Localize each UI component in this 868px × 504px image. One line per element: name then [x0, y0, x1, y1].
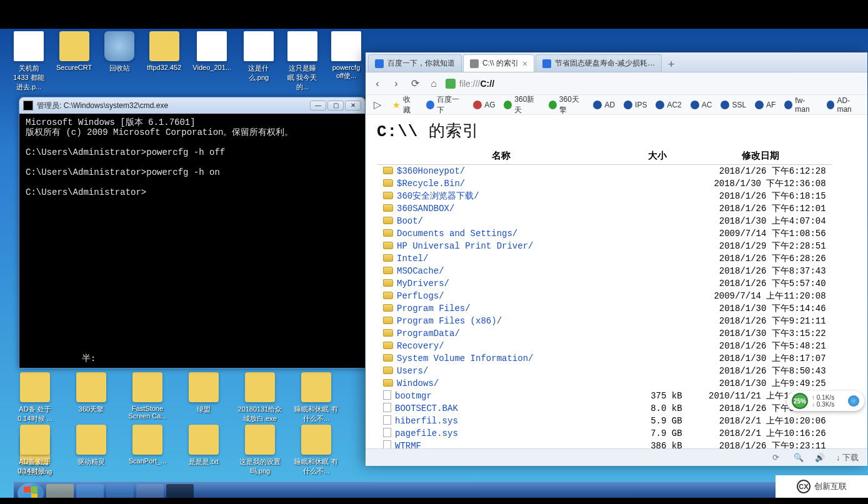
globe-icon[interactable] [848, 395, 859, 407]
entry-name[interactable]: HP Universal Print Driver/ [377, 240, 626, 252]
back-button[interactable]: ‹ [371, 77, 384, 91]
bookmark-icon [549, 101, 557, 109]
desktop-icon[interactable]: tftpd32.452 [147, 31, 181, 94]
desktop-icon[interactable]: 这是什么.png [242, 31, 275, 94]
desktop-icon[interactable]: 睡眠和休眠 有什么不... [294, 425, 339, 476]
desktop-icon[interactable]: 绿盟 [181, 372, 226, 423]
entry-name[interactable]: Boot/ [377, 215, 626, 227]
zoom-icon[interactable]: 🔍 [794, 453, 804, 463]
bookmark-item[interactable]: 百度一下 [426, 94, 464, 116]
entry-date: 2018/1/30 下午3:15:22 [689, 327, 832, 340]
bookmark-item[interactable]: AD-man [827, 94, 862, 116]
entry-name[interactable]: ProgramData/ [377, 327, 626, 340]
desktop-icon[interactable]: 关机前 1433 都能进去.p... [12, 31, 45, 94]
entry-name[interactable]: 360SANDBOX/ [377, 202, 626, 215]
desktop-icon[interactable]: 这只是睡眠 我今天的... [286, 31, 319, 94]
bookmark-icon [624, 101, 632, 109]
favorites-label[interactable]: ★收藏 [392, 94, 417, 116]
desktop-icon[interactable]: 回收站 [103, 31, 136, 94]
cmd-output[interactable]: Microsoft Windows [版本 6.1.7601] 版权所有 (c)… [19, 114, 365, 201]
cmd-ime-text: 半: [82, 353, 96, 364]
bookmark-icon [784, 101, 792, 109]
new-tab-button[interactable]: + [663, 58, 679, 72]
sound-icon[interactable]: 🔊 [815, 453, 825, 463]
desktop-icon[interactable]: 睡眠和休眠 有什么不... [294, 372, 339, 423]
desktop-icon[interactable]: 20180131给众城放白.exe [237, 372, 282, 423]
col-date: 修改日期 [689, 147, 832, 165]
net-monitor-widget[interactable]: 25% 0.1K/s 0.3K/s [787, 391, 864, 411]
entry-name[interactable]: PerfLogs/ [377, 290, 626, 302]
desktop-icon[interactable]: 驱动精灵 [69, 425, 114, 476]
desktop-icon[interactable]: Video_201... [192, 31, 231, 94]
entry-name[interactable]: $Recycle.Bin/ [377, 177, 626, 190]
entry-name[interactable]: hiberfil.sys [377, 415, 626, 427]
browser-tab[interactable]: 百度一下，你就知道 [368, 54, 462, 72]
entry-name[interactable]: System Volume Information/ [377, 352, 626, 365]
entry-size [626, 377, 689, 390]
download-button[interactable]: ↓ 下载 [836, 452, 859, 463]
entry-name[interactable]: Windows/ [377, 377, 626, 390]
folder-icon [76, 372, 106, 402]
tab-close-button[interactable]: × [522, 59, 527, 69]
bookmark-item[interactable]: IPS [624, 94, 647, 116]
entry-name[interactable]: MSOCache/ [377, 265, 626, 277]
bookmark-item[interactable]: AG [473, 94, 495, 116]
desktop-icon[interactable]: FastStone Screen Ca... [125, 372, 170, 423]
desktop-icon[interactable]: powercfg off使... [330, 31, 362, 94]
entry-name[interactable]: Program Files/ [377, 302, 626, 315]
cmd-titlebar[interactable]: 管理员: C:\Windows\system32\cmd.exe — ▢ ✕ [19, 97, 365, 114]
desktop-icon-label: AD备 处于0.14时候 ... [12, 405, 57, 423]
cmd-window[interactable]: 管理员: C:\Windows\system32\cmd.exe — ▢ ✕ M… [19, 97, 366, 368]
entry-name[interactable]: Program Files (x86)/ [377, 315, 626, 327]
desktop-icon[interactable]: AD备 处于0.14时候 ... [12, 372, 57, 423]
bookmark-item[interactable]: AC2 [656, 94, 681, 116]
table-row: hiberfil.sys5.9 GB2018/2/1 上午10:20:06 [377, 415, 832, 427]
entry-name[interactable]: 360安全浏览器下载/ [377, 190, 626, 202]
entry-name[interactable]: pagefile.sys [377, 427, 626, 440]
bookmark-item[interactable]: 360新天 [504, 94, 539, 116]
browser-tab[interactable]: 节省固态硬盘寿命-减少损耗：[2] [536, 54, 662, 72]
entry-name[interactable]: bootmgr [377, 390, 626, 402]
entry-name[interactable]: BOOTSECT.BAK [377, 402, 626, 415]
bookmark-item[interactable]: AD [593, 94, 615, 116]
entry-name[interactable]: Recovery/ [377, 340, 626, 352]
entry-name[interactable]: Documents and Settings/ [377, 227, 626, 240]
desktop-icon[interactable]: ScanPort_... [125, 425, 170, 476]
bookmark-item[interactable]: AC [691, 94, 712, 116]
desktop-icon-label: 这是我的设置吗.png [237, 457, 282, 476]
close-button[interactable]: ✕ [345, 101, 361, 111]
bookmark-item[interactable]: fw-man [784, 94, 817, 116]
entry-name[interactable]: Users/ [377, 365, 626, 377]
desktop-icon[interactable]: 是是是.txt [181, 425, 226, 476]
table-row: Users/2018/1/26 下午8:50:43 [377, 365, 832, 377]
address-bar[interactable]: file:///C:// [446, 79, 862, 89]
bookmark-item[interactable]: AF [755, 94, 776, 116]
entry-date: 2009/7/14 下午1:08:56 [689, 227, 832, 240]
entry-name[interactable]: WTRMF [377, 440, 626, 448]
upload-speed: 0.1K/s [812, 394, 834, 401]
maximize-button[interactable]: ▢ [327, 101, 344, 111]
bookmark-item[interactable]: 360天擎 [549, 94, 584, 116]
desktop-icon-label: tftpd32.452 [147, 64, 181, 71]
refresh-icon[interactable]: ⟳ [772, 453, 782, 463]
browser-tab[interactable]: C:\\ 的索引× [463, 54, 534, 72]
home-button[interactable]: ⌂ [427, 77, 441, 91]
entry-size [626, 190, 689, 202]
entry-size [626, 315, 689, 327]
bookmark-item[interactable]: SSL [721, 94, 746, 116]
entry-date: 2018/1/30 上午4:07:04 [689, 215, 832, 227]
expand-icon[interactable]: ▷ [371, 98, 384, 112]
folder-icon [383, 204, 393, 212]
entry-name[interactable]: $360Honeypot/ [377, 165, 626, 178]
entry-size [626, 302, 689, 315]
desktop-icon[interactable]: 360天擎 [69, 372, 114, 423]
forward-button[interactable]: › [389, 77, 403, 91]
desktop-icon[interactable]: 这是我的设置吗.png [237, 425, 282, 476]
desktop-icon[interactable]: SecureCRT [56, 31, 92, 94]
reload-button[interactable]: ⟳ [408, 77, 422, 91]
minimize-button[interactable]: — [310, 101, 326, 111]
entry-name[interactable]: MyDrivers/ [377, 277, 626, 290]
folder-icon [383, 367, 393, 374]
desktop-icon[interactable]: AD备 处于0.14时候 ... [12, 425, 57, 476]
entry-name[interactable]: Intel/ [377, 252, 626, 265]
